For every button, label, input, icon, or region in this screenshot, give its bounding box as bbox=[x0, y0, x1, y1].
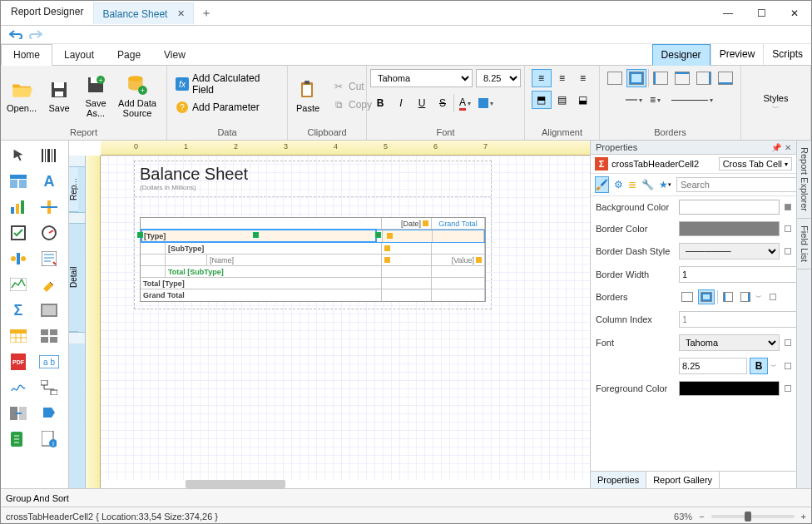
center-tool[interactable] bbox=[35, 195, 63, 219]
ribbon-tool-preview[interactable]: Preview bbox=[710, 44, 764, 65]
crosstab-control[interactable]: [Date] Grand Total [Type] [SubType] bbox=[140, 217, 486, 302]
border-color-button[interactable]: ▾ bbox=[624, 91, 644, 109]
strike-button[interactable]: S bbox=[433, 94, 453, 112]
barcode-tool[interactable] bbox=[35, 144, 63, 167]
field-list-tab[interactable]: Field List bbox=[797, 219, 811, 269]
checkbox-tool[interactable] bbox=[4, 221, 32, 245]
ribbon-tab-view[interactable]: View bbox=[152, 45, 197, 65]
save-button[interactable]: Save bbox=[42, 77, 77, 115]
gear-icon[interactable]: ⚙ bbox=[614, 176, 623, 193]
border-top-button[interactable] bbox=[672, 69, 692, 87]
chevron-down-icon[interactable]: ﹀ bbox=[770, 362, 777, 371]
cell-total-type[interactable]: Total [Type] bbox=[141, 278, 382, 289]
vertical-ruler[interactable] bbox=[86, 156, 101, 488]
panel-tool[interactable] bbox=[35, 299, 63, 322]
brush-icon[interactable]: 🖌️ bbox=[595, 176, 609, 193]
prop-font-select[interactable]: Tahoma bbox=[679, 334, 780, 351]
save-as-button[interactable]: + Save As... bbox=[78, 72, 113, 120]
align-center-button[interactable]: ≡ bbox=[552, 69, 572, 87]
prop-border-right[interactable] bbox=[738, 289, 753, 304]
redo-icon[interactable] bbox=[29, 27, 42, 42]
paste-button[interactable]: Paste bbox=[290, 77, 325, 115]
pin-icon[interactable]: 📌 bbox=[771, 143, 781, 152]
close-button[interactable]: ✕ bbox=[778, 1, 811, 25]
ribbon-tab-page[interactable]: Page bbox=[106, 45, 152, 65]
new-tab-button[interactable]: ＋ bbox=[194, 1, 219, 25]
cell-grand-total-row[interactable]: Grand Total bbox=[141, 289, 382, 301]
prop-borderwidth-input[interactable] bbox=[679, 266, 796, 283]
report-explorer-tab[interactable]: Report Explorer bbox=[797, 141, 811, 219]
add-parameter-button[interactable]: ? Add Parameter bbox=[171, 99, 265, 116]
report-header-band[interactable]: Rep... bbox=[69, 167, 78, 212]
ribbon-tab-layout[interactable]: Layout bbox=[52, 45, 106, 65]
prop-border-none[interactable] bbox=[679, 289, 696, 304]
prop-bold-button[interactable]: B bbox=[750, 358, 768, 374]
textbox-tool[interactable]: a b bbox=[35, 350, 63, 373]
add-calc-field-button[interactable]: fx Add Calculated Field bbox=[171, 71, 284, 97]
signature-tool[interactable] bbox=[4, 376, 32, 399]
group-and-sort-tab[interactable]: Group And Sort bbox=[6, 493, 69, 503]
info-tool[interactable]: i bbox=[35, 428, 63, 451]
pdf-tool[interactable]: PDF bbox=[4, 350, 32, 373]
band-bar[interactable]: Rep... Detail bbox=[69, 156, 86, 488]
prop-border-all[interactable] bbox=[698, 289, 715, 304]
table-tool[interactable] bbox=[4, 324, 32, 348]
prop-bgcolor-swatch[interactable] bbox=[679, 200, 780, 215]
prop-border-left[interactable] bbox=[720, 289, 735, 304]
shape-blue-tool[interactable] bbox=[35, 402, 63, 425]
border-left-button[interactable] bbox=[651, 69, 671, 87]
align-right-button[interactable]: ≡ bbox=[573, 69, 593, 87]
font-size-select[interactable]: 8.25 bbox=[476, 69, 521, 87]
styles-button[interactable]: Styles ﹀ bbox=[759, 90, 794, 116]
prop-fgcolor-swatch[interactable] bbox=[679, 381, 780, 396]
report-body[interactable]: Balance Sheet (Dollars in Millions) [Dat… bbox=[134, 161, 492, 309]
valign-middle-button[interactable]: ▤ bbox=[552, 91, 572, 109]
ribbon-tool-scripts[interactable]: Scripts bbox=[763, 44, 811, 65]
font-name-select[interactable]: Tahoma bbox=[370, 69, 473, 87]
prop-bordercolor-swatch[interactable] bbox=[679, 221, 780, 236]
close-icon[interactable]: ✕ bbox=[177, 8, 185, 19]
gauge-tool[interactable] bbox=[35, 221, 63, 245]
italic-button[interactable]: I bbox=[391, 94, 411, 112]
border-none-button[interactable] bbox=[605, 69, 625, 87]
chart-tool[interactable] bbox=[4, 195, 32, 219]
valign-bottom-button[interactable]: ⬓ bbox=[573, 91, 593, 109]
horizontal-ruler[interactable]: 0 1 2 3 4 5 6 7 bbox=[101, 141, 590, 156]
maximize-button[interactable]: ☐ bbox=[745, 1, 778, 25]
ribbon-tab-home[interactable]: Home bbox=[1, 44, 52, 66]
cell-grand-total-header[interactable]: Grand Total bbox=[432, 218, 485, 229]
label-tool[interactable]: A bbox=[35, 170, 63, 193]
prop-fontsize-input[interactable] bbox=[679, 358, 747, 374]
tab-balance-sheet[interactable]: Balance Sheet ✕ bbox=[93, 2, 194, 25]
relation-tool[interactable] bbox=[35, 376, 63, 399]
cell-subtype[interactable]: [SubType] bbox=[166, 243, 382, 254]
cell-total-subtype[interactable]: Total [SubType] bbox=[166, 266, 382, 277]
bold-button[interactable]: B bbox=[370, 94, 390, 112]
cell-type[interactable]: [Type] bbox=[141, 230, 383, 242]
zoom-out-button[interactable]: − bbox=[699, 512, 704, 522]
database-small-icon[interactable]: ≣ bbox=[628, 176, 636, 193]
valign-top-button[interactable]: ⬒ bbox=[532, 91, 552, 109]
border-width-button[interactable]: ≡▾ bbox=[646, 91, 666, 109]
tab-properties[interactable]: Properties bbox=[591, 472, 646, 488]
open-button[interactable]: Open... bbox=[3, 77, 40, 115]
property-search-input[interactable] bbox=[676, 177, 800, 192]
grid-tool[interactable] bbox=[35, 324, 63, 348]
tab-report-gallery[interactable]: Report Gallery bbox=[646, 472, 720, 488]
report-subtitle-label[interactable]: (Dollars in Millions) bbox=[135, 184, 491, 197]
cell-name[interactable]: [Name] bbox=[207, 255, 382, 265]
highlight-tool[interactable] bbox=[35, 273, 63, 296]
font-color-button[interactable]: A▾ bbox=[455, 94, 475, 112]
align-left-button[interactable]: ≡ bbox=[532, 69, 552, 87]
zoom-in-button[interactable]: + bbox=[801, 512, 806, 522]
sparkline-tool[interactable] bbox=[4, 273, 32, 296]
back-color-button[interactable]: ▾ bbox=[476, 94, 496, 112]
border-all-button[interactable] bbox=[626, 69, 646, 87]
border-bottom-button[interactable] bbox=[715, 69, 735, 87]
border-style-button[interactable]: ▾ bbox=[667, 91, 717, 109]
add-data-source-button[interactable]: + Add Data Source bbox=[115, 72, 160, 120]
horizontal-scrollbar[interactable] bbox=[102, 480, 590, 488]
object-type-select[interactable]: Cross Tab Cell▾ bbox=[719, 157, 792, 171]
sum-tool[interactable]: Σ bbox=[4, 299, 32, 322]
shape-green-tool[interactable] bbox=[4, 428, 32, 451]
